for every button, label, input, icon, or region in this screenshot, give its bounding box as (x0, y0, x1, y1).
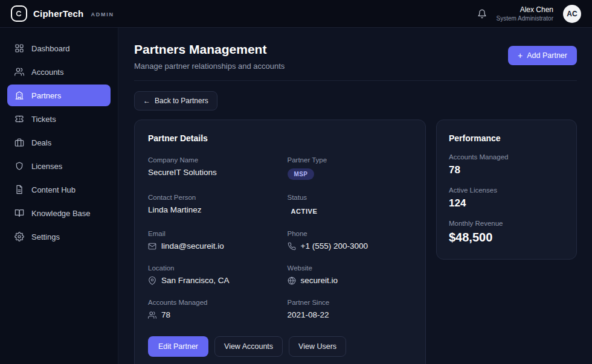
globe-icon (288, 276, 296, 285)
sidebar-item-label: Dashboard (31, 44, 70, 53)
location-value: San Francisco, CA (161, 276, 230, 285)
sidebar-item-label: Licenses (31, 162, 62, 171)
brand-logo-icon (11, 5, 27, 22)
map-pin-icon (148, 276, 156, 285)
edit-partner-button[interactable]: Edit Partner (148, 336, 208, 357)
field-label: Accounts Managed (148, 299, 273, 306)
sidebar-item-content-hub[interactable]: Content Hub (7, 179, 111, 200)
field-status: Status ACTIVE (288, 194, 413, 216)
topbar-right: Alex Chen System Administrator AC (477, 5, 581, 23)
layout: Dashboard Accounts Partners Tickets Deal… (0, 28, 592, 364)
field-label: Email (148, 230, 273, 237)
page-subtitle: Manage partner relationships and account… (134, 62, 285, 71)
field-label: Status (288, 194, 413, 201)
metric-label: Accounts Managed (449, 153, 564, 161)
metric-value: 78 (449, 164, 564, 176)
field-label: Company Name (148, 156, 273, 164)
envelope-icon (148, 242, 156, 251)
building-icon (14, 91, 24, 100)
sidebar-item-label: Content Hub (31, 185, 76, 194)
phone-value: +1 (555) 200-3000 (301, 241, 368, 251)
sidebar-item-settings[interactable]: Settings (7, 226, 111, 247)
add-partner-label: Add Partner (527, 51, 567, 60)
phone-icon (288, 242, 296, 251)
sidebar-item-accounts[interactable]: Accounts (7, 61, 111, 83)
users-icon (14, 67, 24, 77)
sidebar-item-label: Tickets (31, 115, 56, 124)
view-users-button[interactable]: View Users (289, 336, 346, 357)
page-header-text: Partners Management Manage partner relat… (134, 42, 285, 71)
field-label: Phone (288, 230, 413, 237)
field-label: Partner Since (288, 299, 413, 306)
field-website: Website secureit.io (288, 264, 413, 285)
metric-active-licenses: Active Licenses 124 (449, 187, 564, 209)
partner-details-grid: Company Name SecureIT Solutions Partner … (148, 156, 412, 319)
partner-details-card: Partner Details Company Name SecureIT So… (134, 120, 426, 364)
sidebar-item-deals[interactable]: Deals (7, 132, 111, 153)
accounts-managed-value: 78 (161, 310, 170, 319)
performance-card: Performance Accounts Managed 78 Active L… (436, 120, 577, 260)
back-arrow-icon: ← (143, 97, 150, 105)
status-badge: ACTIVE (288, 208, 318, 215)
details-actions: Edit Partner View Accounts View Users (148, 336, 412, 357)
field-partner-type: Partner Type MSP (288, 156, 413, 180)
users-icon (148, 311, 156, 319)
sidebar-item-dashboard[interactable]: Dashboard (7, 37, 111, 59)
page-header: Partners Management Manage partner relat… (134, 42, 577, 81)
field-email: Email linda@secureit.io (148, 230, 273, 251)
field-company-name: Company Name SecureIT Solutions (148, 156, 273, 180)
performance-title: Performance (449, 133, 564, 143)
metric-monthly-revenue: Monthly Revenue $48,500 (449, 220, 564, 244)
back-button-label: Back to Partners (155, 97, 208, 105)
metric-value: $48,500 (449, 231, 564, 244)
avatar[interactable]: AC (563, 5, 581, 23)
notifications-bell-icon[interactable] (477, 9, 487, 19)
sidebar-item-partners[interactable]: Partners (7, 85, 111, 106)
user-meta: Alex Chen System Administrator (497, 5, 553, 23)
metric-label: Active Licenses (449, 187, 564, 194)
brand-suffix: ADMIN (91, 11, 114, 18)
metric-accounts-managed: Accounts Managed 78 (449, 153, 564, 176)
shield-icon (14, 161, 24, 171)
dashboard-icon (14, 43, 24, 53)
topbar: CipherTech ADMIN Alex Chen System Admini… (0, 0, 592, 28)
field-label: Contact Person (148, 194, 273, 201)
field-label: Location (148, 264, 273, 272)
field-label: Website (288, 264, 413, 272)
field-value: Linda Martinez (148, 205, 273, 214)
ticket-icon (14, 114, 24, 124)
field-label: Partner Type (288, 156, 413, 164)
main-content: Partners Management Manage partner relat… (118, 28, 592, 364)
page-title: Partners Management (134, 42, 285, 57)
view-accounts-button[interactable]: View Accounts (214, 336, 283, 357)
sidebar-item-knowledge-base[interactable]: Knowledge Base (7, 202, 111, 224)
sidebar-item-label: Deals (31, 138, 51, 147)
plus-icon: + (518, 51, 523, 60)
field-partner-since: Partner Since 2021-08-22 (288, 299, 413, 319)
sidebar-item-label: Accounts (31, 68, 63, 77)
partner-since-value: 2021-08-22 (288, 310, 413, 319)
website-value: secureit.io (301, 276, 338, 285)
sidebar-item-label: Settings (31, 232, 60, 241)
add-partner-button[interactable]: + Add Partner (508, 46, 577, 65)
brand: CipherTech ADMIN (11, 5, 114, 22)
field-value: SecureIT Solutions (148, 168, 273, 177)
metric-label: Monthly Revenue (449, 220, 564, 227)
book-icon (14, 208, 24, 218)
partner-type-badge: MSP (288, 168, 315, 180)
sidebar-item-licenses[interactable]: Licenses (7, 155, 111, 177)
partner-details-title: Partner Details (148, 133, 412, 143)
brand-name: CipherTech (33, 8, 83, 19)
briefcase-icon (14, 138, 24, 147)
sidebar-item-tickets[interactable]: Tickets (7, 108, 111, 130)
gear-icon (14, 232, 24, 241)
sidebar-item-label: Partners (31, 91, 61, 100)
user-name: Alex Chen (497, 5, 553, 14)
user-role: System Administrator (497, 14, 553, 23)
email-value: linda@secureit.io (161, 241, 224, 251)
cards-row: Partner Details Company Name SecureIT So… (134, 120, 577, 364)
field-accounts-managed: Accounts Managed 78 (148, 299, 273, 319)
field-phone: Phone +1 (555) 200-3000 (288, 230, 413, 251)
document-icon (14, 185, 24, 194)
back-to-partners-button[interactable]: ← Back to Partners (134, 91, 217, 110)
